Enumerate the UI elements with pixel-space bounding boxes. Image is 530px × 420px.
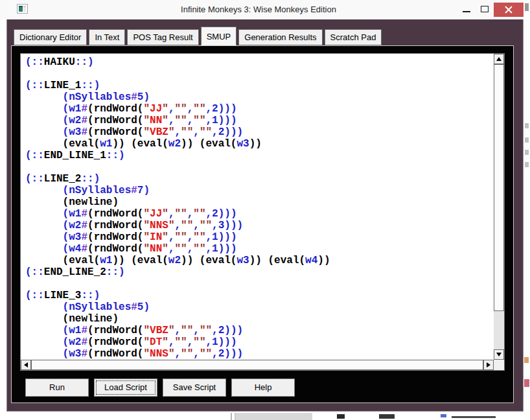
code-line: (w1#(rndWord("VBZ","","",2))) bbox=[25, 325, 494, 336]
window-controls bbox=[457, 0, 524, 18]
scroll-right-button[interactable] bbox=[483, 360, 494, 370]
code-line: (::LINE_1::) bbox=[25, 80, 494, 91]
code-line: (w3#(rndWord("IN","","",1))) bbox=[25, 231, 494, 243]
close-icon bbox=[504, 5, 513, 14]
background-fragment bbox=[337, 414, 345, 419]
script-editor[interactable]: (::HAIKU::) (::LINE_1::) (nSyllables#5) … bbox=[20, 53, 505, 371]
code-line: (w4#(rndWord("NN","","",1))) bbox=[25, 243, 494, 255]
scroll-left-button[interactable] bbox=[21, 360, 31, 370]
horizontal-scrollbar-thumb[interactable] bbox=[31, 360, 483, 370]
tab-generation-results[interactable]: Generation Results bbox=[238, 29, 322, 45]
background-fragment bbox=[441, 414, 446, 417]
code-line: (::HAIKU::) bbox=[25, 56, 494, 68]
code-line: (w1#(rndWord("JJ","","",2))) bbox=[25, 208, 494, 220]
background-fragment bbox=[231, 413, 236, 420]
arrow-right-icon bbox=[487, 362, 490, 368]
app-icon-right-pane bbox=[23, 6, 26, 12]
vertical-scrollbar-thumb[interactable] bbox=[494, 64, 504, 311]
code-line: (::LINE_2::) bbox=[25, 173, 494, 185]
code-line: (eval(w1)) (eval(w2)) (eval(w3)) (eval(w… bbox=[25, 255, 494, 266]
tab-dictionary-editor[interactable]: Dictionary Editor bbox=[14, 29, 87, 45]
action-button-row: RunLoad ScriptSave ScriptHelp bbox=[25, 379, 295, 397]
code-line: (w3#(rndWord("VBZ","","",2))) bbox=[25, 126, 494, 138]
app-icon-left-pane bbox=[19, 6, 23, 12]
load-script-button[interactable]: Load Script bbox=[94, 379, 157, 397]
background-fragment bbox=[236, 413, 312, 420]
code-line: (newline) bbox=[25, 196, 494, 208]
background-window-sliver bbox=[524, 0, 530, 420]
tab-scratch-pad[interactable]: Scratch Pad bbox=[325, 29, 382, 45]
code-line bbox=[25, 278, 494, 290]
scroll-up-button[interactable] bbox=[494, 54, 504, 64]
app-window: Dictionary EditorIn TextPOS Tag ResultSM… bbox=[6, 19, 524, 412]
maximize-icon bbox=[481, 6, 489, 12]
code-line: (w1#(rndWord("JJ","","",2))) bbox=[25, 103, 494, 115]
code-line: (w2#(rndWord("DT","","",1))) bbox=[25, 336, 494, 348]
code-line: (newline) bbox=[25, 313, 494, 325]
tab-bar: Dictionary EditorIn TextPOS Tag ResultSM… bbox=[14, 26, 382, 45]
tab-in-text[interactable]: In Text bbox=[89, 29, 125, 45]
tab-smup[interactable]: SMUP bbox=[201, 27, 237, 45]
code-line: (w2#(rndWord("NN","","",1))) bbox=[25, 115, 494, 126]
window-title: Infinite Monkeys 3: Wise Monkeys Edition bbox=[65, 5, 452, 14]
maximize-button[interactable] bbox=[476, 0, 494, 18]
code-line: (w3#(rndWord("NNS","","",2))) bbox=[25, 348, 494, 360]
code-line: (nSyllables#7) bbox=[25, 185, 494, 196]
horizontal-scrollbar[interactable] bbox=[21, 360, 494, 370]
content-panel: (::HAIKU::) (::LINE_1::) (nSyllables#5) … bbox=[11, 45, 514, 403]
scroll-down-button[interactable] bbox=[494, 349, 504, 360]
code-line: (nSyllables#5) bbox=[25, 91, 494, 103]
window-titlebar: Infinite Monkeys 3: Wise Monkeys Edition bbox=[0, 0, 530, 19]
vertical-scrollbar[interactable] bbox=[494, 54, 504, 360]
help-button[interactable]: Help bbox=[231, 379, 295, 397]
code-line bbox=[25, 161, 494, 173]
code-line: (::END_LINE_1::) bbox=[25, 150, 494, 161]
minimize-icon bbox=[463, 11, 470, 12]
arrow-down-icon bbox=[496, 353, 501, 356]
code-line: (::LINE_3::) bbox=[25, 290, 494, 301]
background-fragment bbox=[379, 414, 395, 419]
code-line bbox=[25, 68, 494, 80]
app-icon bbox=[17, 4, 28, 14]
arrow-left-icon bbox=[24, 362, 28, 368]
code-line: (w2#(rndWord("NNS","","",3))) bbox=[25, 220, 494, 231]
code-line: (eval(w1)) (eval(w2)) (eval(w3)) bbox=[25, 138, 494, 150]
scrollbar-corner bbox=[494, 360, 504, 370]
minimize-button[interactable] bbox=[457, 0, 476, 18]
background-fragment bbox=[452, 416, 496, 418]
code-line: (nSyllables#5) bbox=[25, 301, 494, 313]
save-script-button[interactable]: Save Script bbox=[163, 379, 226, 397]
tab-pos-tag-result[interactable]: POS Tag Result bbox=[127, 29, 198, 45]
script-code[interactable]: (::HAIKU::) (::LINE_1::) (nSyllables#5) … bbox=[21, 54, 494, 360]
code-line: (::END_LINE_2::) bbox=[25, 266, 494, 278]
arrow-up-icon bbox=[496, 57, 501, 61]
run-button[interactable]: Run bbox=[25, 379, 89, 397]
close-button[interactable] bbox=[494, 3, 524, 17]
